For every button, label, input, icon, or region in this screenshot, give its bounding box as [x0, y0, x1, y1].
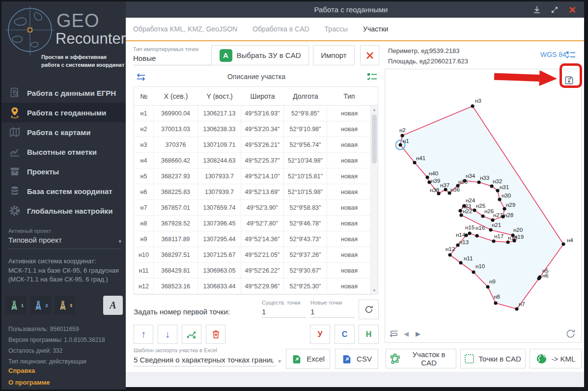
- sidebar-item-проекты[interactable]: Проекты: [1, 162, 126, 181]
- boundary-point-н6[interactable]: [537, 277, 540, 280]
- next-point-icon[interactable]: ▶: [416, 330, 420, 337]
- table-row[interactable]: н33703761307109.7149°53'26.21"52°9'56.74…: [134, 137, 378, 153]
- boundary-point-н10[interactable]: [472, 270, 475, 274]
- table-row[interactable]: н2370013.031306238.3349°53'20.34"52°9'10…: [134, 121, 378, 137]
- sidebar-item-работа-с-данными-егрн[interactable]: Работа с данными ЕГРН: [1, 83, 126, 103]
- boundary-point-н1[interactable]: [398, 143, 402, 146]
- boundary-point-н15[interactable]: [468, 231, 471, 235]
- boundary-point-н20[interactable]: [511, 233, 514, 237]
- refresh-plot-icon[interactable]: [565, 328, 576, 339]
- existing-points-input[interactable]: 1: [262, 307, 306, 316]
- about-link[interactable]: О программе: [8, 379, 50, 386]
- column-header[interactable]: Y (вост.): [198, 92, 241, 100]
- crs-slot-button-1[interactable]: 1: [6, 296, 27, 315]
- scroll-down-icon[interactable]: ▼: [371, 287, 378, 294]
- boundary-point-н2[interactable]: [400, 134, 404, 137]
- boundary-point-н3[interactable]: [471, 104, 474, 108]
- sidebar-item-работа-с-геоданными[interactable]: Работа с геоданными: [1, 103, 126, 122]
- map-panel[interactable]: н1н2н3н4н5н6н7н8н9н10н11н12н13н14н15н16н…: [385, 69, 582, 343]
- boundary-point-н8[interactable]: [494, 301, 497, 305]
- sidebar-item-высотные-отметки[interactable]: Высотные отметки: [1, 142, 126, 162]
- table-row[interactable]: н11368429.811306963.0549°52'26.22"52°9'3…: [134, 263, 378, 279]
- column-header[interactable]: X (сев.): [154, 92, 198, 100]
- boundary-point-н4[interactable]: [561, 242, 565, 246]
- table-row[interactable]: н7367857.011307659.7449°52'3.90"52°9'58.…: [134, 200, 378, 216]
- tab-трассы[interactable]: Трассы: [325, 25, 348, 33]
- prev-point-icon[interactable]: ◀: [404, 330, 409, 337]
- boundary-point-н18[interactable]: [506, 240, 509, 244]
- move-up-button[interactable]: ↑: [134, 325, 153, 344]
- boundary-point-н30[interactable]: [498, 197, 501, 201]
- boundary-point-н27[interactable]: [491, 218, 494, 222]
- select-parcel-cad-button[interactable]: A Выбрать ЗУ в CAD: [211, 45, 309, 65]
- boundary-point-н17[interactable]: [492, 239, 495, 243]
- boundary-point-н9[interactable]: [486, 285, 489, 288]
- boundary-point-н25[interactable]: [473, 208, 476, 212]
- crs-slot-button-2[interactable]: 2: [30, 296, 51, 315]
- renumber-button[interactable]: [359, 300, 379, 319]
- delete-point-button[interactable]: [206, 325, 225, 344]
- column-header[interactable]: Тип: [327, 92, 371, 100]
- tab-участки[interactable]: Участки: [363, 25, 388, 33]
- tab-обработка-в-cad[interactable]: Обработка в CAD: [252, 25, 309, 33]
- crs-slot-button-3[interactable]: 3: [55, 296, 75, 315]
- to-kml-button[interactable]: -> KML: [530, 349, 582, 368]
- boundary-point-н16[interactable]: [475, 234, 478, 237]
- close-icon[interactable]: ×: [567, 5, 577, 15]
- point-kind-button-С[interactable]: С: [335, 325, 355, 344]
- checklist-icon[interactable]: [366, 72, 377, 84]
- point-kind-button-Н[interactable]: Н: [359, 325, 379, 344]
- column-header[interactable]: №: [134, 92, 154, 100]
- table-row[interactable]: н5368237.931307933.749°52'14.10"52°10'15…: [134, 168, 378, 184]
- parcel-to-cad-button[interactable]: Участок в CAD: [386, 349, 456, 368]
- table-row[interactable]: н6368225.831307939.749°52'13.69"52°10'15…: [134, 184, 378, 200]
- table-row[interactable]: н12368523.161306833.4449°52'29.96"52°9'2…: [134, 279, 378, 294]
- active-project-select[interactable]: Типовой проект ▾: [8, 236, 121, 245]
- boundary-point-н23[interactable]: [458, 209, 462, 212]
- boundary-point-н12[interactable]: [448, 253, 451, 256]
- cad-app-button[interactable]: A: [103, 296, 123, 315]
- export-excel-button[interactable]: Excel: [286, 349, 330, 369]
- boundary-point-н33[interactable]: [477, 180, 480, 184]
- boundary-point-н11[interactable]: [459, 261, 462, 264]
- table-row[interactable]: н9368117.891307295.4449°52'14.36"52°9'43…: [134, 231, 378, 247]
- parcel-plot[interactable]: н1н2н3н4н5н6н7н8н9н10н11н12н13н14н15н16н…: [385, 69, 581, 342]
- export-template-select[interactable]: 5 Сведения о характерных точках границ, …: [134, 356, 281, 366]
- table-scrollbar[interactable]: ▲ ▼: [370, 106, 378, 294]
- import-button[interactable]: Импорт: [313, 45, 355, 65]
- boundary-point-н41[interactable]: [413, 161, 416, 164]
- sidebar-item-база-систем-координат[interactable]: База систем координат: [1, 181, 126, 201]
- table-row[interactable]: н8367928.521307396.4549°52'7.80"52°9'46.…: [134, 216, 378, 231]
- new-points-input[interactable]: 1: [310, 307, 355, 316]
- boundary-point-н7[interactable]: [515, 307, 518, 310]
- boundary-point-н24[interactable]: [462, 204, 466, 207]
- table-row[interactable]: н4368660.421308244.6349°52'25.37"52°10'3…: [134, 153, 378, 168]
- table-row[interactable]: н10368297.511307125.6749°52'21.05"52°9'3…: [134, 247, 378, 263]
- column-header[interactable]: Широта: [241, 92, 284, 100]
- scrollbar-thumb[interactable]: [372, 114, 377, 164]
- reverse-order-icon[interactable]: [389, 329, 399, 338]
- scroll-up-icon[interactable]: ▲: [371, 106, 378, 113]
- table-row[interactable]: н1369900.041306217.1349°53'16.93"52°9'8.…: [134, 106, 378, 121]
- expand-icon[interactable]: [550, 5, 560, 15]
- save-plot-button[interactable]: [561, 73, 576, 87]
- crs-wgs84-link[interactable]: WGS 84: [540, 51, 566, 58]
- sidebar-item-глобальные-настройки[interactable]: Глобальные настройки: [1, 201, 126, 221]
- boundary-point-н31[interactable]: [496, 189, 499, 192]
- move-down-button[interactable]: ↓: [158, 325, 177, 344]
- sidebar-item-работа-с-картами[interactable]: Работа с картами: [1, 122, 126, 142]
- boundary-point-н32[interactable]: [490, 184, 493, 188]
- point-kind-button-У[interactable]: У: [310, 325, 330, 344]
- download-icon[interactable]: [532, 5, 542, 15]
- add-point-button[interactable]: [182, 325, 201, 344]
- crs-checklist-icon[interactable]: [565, 51, 576, 61]
- clear-button[interactable]: [360, 45, 379, 65]
- boundary-point-н21[interactable]: [489, 228, 492, 231]
- boundary-point-н26[interactable]: [481, 214, 484, 218]
- column-header[interactable]: Долгота: [284, 92, 327, 100]
- boundary-point-н37[interactable]: [444, 188, 447, 191]
- export-csv-button[interactable]: CSV: [335, 349, 378, 369]
- tab-обработка-kml-kmz-geojson[interactable]: Обработка KML, KMZ, GeoJSON: [133, 25, 237, 33]
- points-to-cad-button[interactable]: Точки в CAD: [460, 349, 526, 368]
- help-link[interactable]: Справка: [8, 367, 35, 374]
